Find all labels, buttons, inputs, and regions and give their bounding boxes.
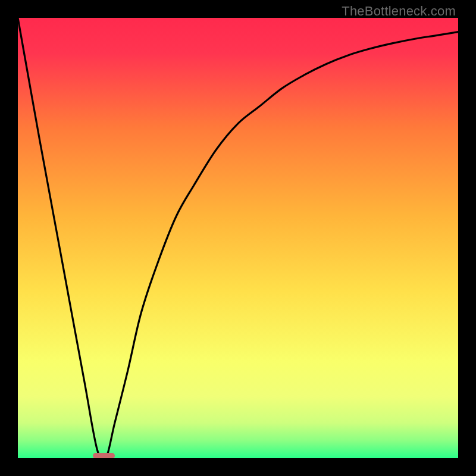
plot-area [18, 18, 458, 458]
chart-frame: TheBottleneck.com [0, 0, 476, 476]
heat-gradient-background [18, 18, 458, 458]
watermark-text: TheBottleneck.com [342, 4, 456, 19]
optimal-zone-marker [93, 453, 115, 458]
svg-rect-0 [18, 18, 458, 458]
